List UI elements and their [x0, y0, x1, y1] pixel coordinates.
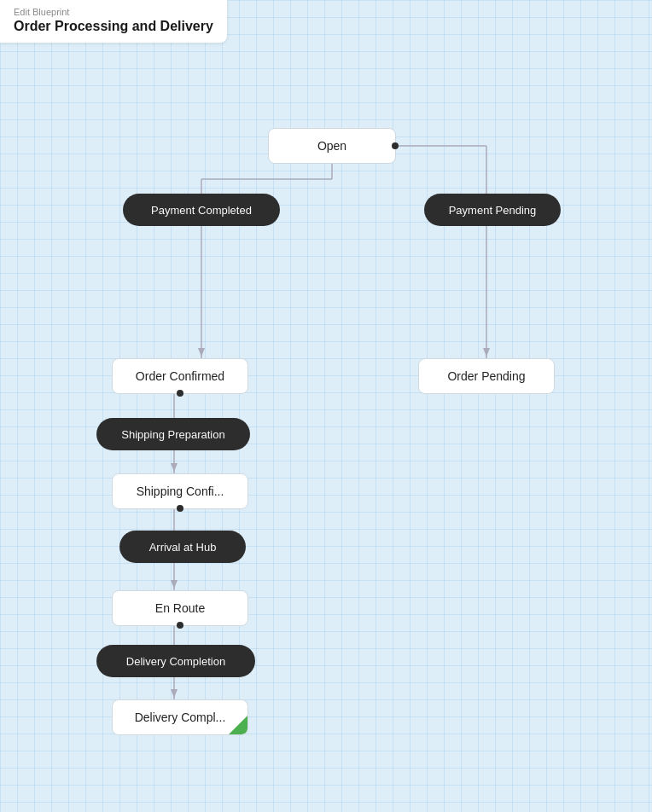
- svg-marker-6: [483, 348, 490, 357]
- header: Edit Blueprint Order Processing and Deli…: [0, 0, 227, 43]
- diagram-lines: [0, 0, 652, 812]
- svg-marker-8: [198, 348, 205, 357]
- page-title: Order Processing and Delivery: [14, 19, 213, 34]
- green-corner-indicator: [229, 716, 247, 734]
- svg-marker-11: [171, 463, 178, 472]
- node-order-pending[interactable]: Order Pending: [418, 358, 555, 394]
- node-open[interactable]: Open: [268, 128, 396, 164]
- node-arrival-at-hub[interactable]: Arrival at Hub: [119, 531, 246, 563]
- node-payment-completed[interactable]: Payment Completed: [123, 194, 280, 226]
- node-en-route[interactable]: En Route: [112, 590, 248, 626]
- svg-marker-14: [171, 580, 178, 589]
- node-delivery-completed[interactable]: Delivery Compl...: [112, 699, 248, 735]
- breadcrumb: Edit Blueprint: [14, 7, 213, 17]
- node-shipping-preparation[interactable]: Shipping Preparation: [96, 418, 250, 450]
- node-order-confirmed[interactable]: Order Confirmed: [112, 358, 248, 394]
- node-payment-pending[interactable]: Payment Pending: [424, 194, 561, 226]
- node-delivery-completion[interactable]: Delivery Completion: [96, 645, 255, 677]
- svg-marker-17: [171, 689, 178, 698]
- node-shipping-confirmed[interactable]: Shipping Confi...: [112, 473, 248, 509]
